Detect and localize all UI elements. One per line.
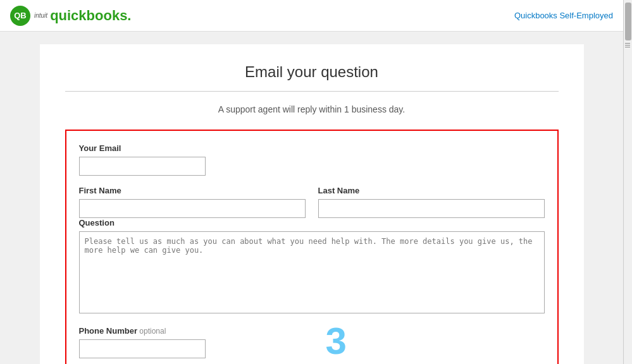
question-group: Question 3	[79, 218, 545, 316]
phone-label-text: Phone Number	[79, 326, 137, 336]
last-name-label: Last Name	[318, 186, 545, 195]
form-box: Your Email First Name Last Name Question	[65, 130, 559, 364]
scrollbar[interactable]	[623, 0, 632, 364]
question-label: Question	[79, 218, 545, 228]
subtitle: A support agent will reply within 1 busi…	[65, 104, 559, 114]
page-container: Email your question A support agent will…	[40, 44, 584, 364]
last-name-col: Last Name	[318, 186, 545, 218]
name-row: First Name Last Name	[79, 186, 545, 218]
first-name-input[interactable]	[79, 199, 306, 218]
intuit-text: intuit	[34, 12, 47, 19]
email-input[interactable]	[79, 157, 206, 176]
email-group: Your Email	[79, 143, 545, 176]
phone-optional-text: optional	[137, 327, 166, 336]
qb-icon: QB	[10, 6, 30, 26]
divider	[65, 91, 559, 92]
header: QB intuit quickbooks. Quickbooks Self-Em…	[0, 0, 623, 32]
question-textarea[interactable]	[79, 231, 545, 313]
quickbooks-text: quickbooks.	[50, 8, 131, 24]
scrollbar-track	[624, 0, 632, 364]
last-name-input[interactable]	[318, 199, 545, 218]
first-name-col: First Name	[79, 186, 306, 218]
email-label: Your Email	[79, 143, 545, 153]
phone-group: Phone Number optional	[79, 326, 545, 358]
first-name-label: First Name	[79, 186, 306, 195]
phone-input[interactable]	[79, 339, 206, 358]
nav-link[interactable]: Quickbooks Self-Employed	[514, 11, 613, 20]
main-content: Email your question A support agent will…	[0, 32, 623, 364]
phone-label: Phone Number optional	[79, 326, 545, 336]
scrollbar-thumb	[625, 3, 631, 47]
page-title: Email your question	[65, 63, 559, 81]
logo-area: QB intuit quickbooks.	[10, 6, 131, 26]
